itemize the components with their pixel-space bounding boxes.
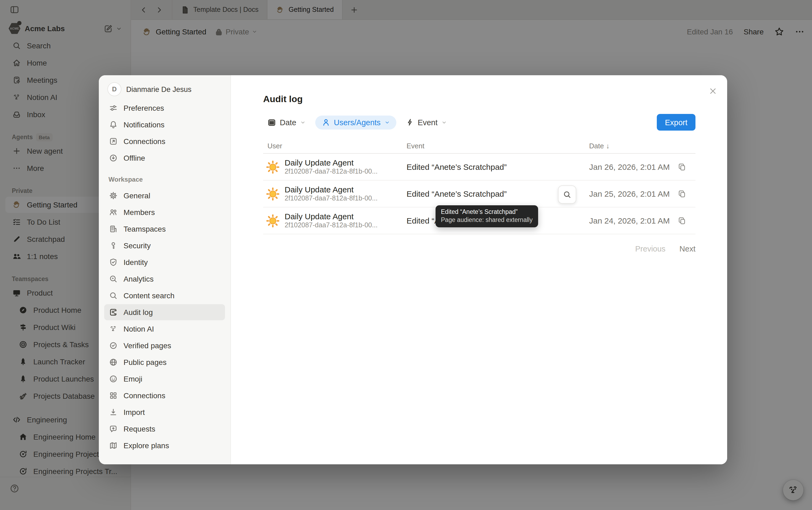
scroll-icon: [109, 308, 118, 316]
event-date: Jan 24, 2026, 2:01 AM: [589, 216, 670, 225]
agent-id: 2f102087-daa7-812a-8f1b-00...: [284, 195, 378, 203]
settings-item-identity[interactable]: Identity: [104, 254, 225, 270]
event-date: Jan 25, 2026, 2:01 AM: [589, 189, 670, 198]
settings-item-verified-pages[interactable]: Verified pages: [104, 338, 225, 353]
grid-icon: [109, 391, 118, 400]
building-icon: [109, 225, 118, 233]
sun-avatar-icon: [266, 187, 280, 201]
section-workspace: Workspace: [104, 175, 225, 184]
sliders-icon: [109, 104, 118, 112]
badge-check-icon: [109, 341, 118, 350]
settings-item-public-pages[interactable]: Public pages: [104, 354, 225, 370]
column-header-user[interactable]: User: [263, 142, 407, 150]
arrow-out-box-icon: [109, 137, 118, 146]
chat-up-icon: [109, 425, 118, 433]
avatar: D: [108, 82, 121, 96]
app-window: ACME Acme Labs Search Home: [0, 0, 812, 510]
inspect-event-button[interactable]: [558, 186, 576, 204]
sun-avatar-icon: [266, 160, 280, 174]
settings-item-connections[interactable]: Connections: [104, 133, 225, 149]
search-icon: [109, 291, 118, 300]
event-tooltip: Edited “Anete’s Scratchpad” Page audienc…: [435, 205, 538, 227]
close-icon[interactable]: [707, 85, 719, 97]
settings-sidebar: D Dianmarie De Jesus Preferences Notific…: [99, 75, 231, 464]
audit-log-table: User Event Date ↓ Daily Update Agent 2f1…: [263, 139, 695, 234]
settings-item-requests[interactable]: Requests: [104, 421, 225, 437]
import-icon: [109, 408, 118, 417]
account-row[interactable]: D Dianmarie De Jesus: [104, 80, 225, 99]
key-icon: [109, 241, 118, 250]
copy-icon[interactable]: [678, 216, 686, 225]
settings-modal: D Dianmarie De Jesus Preferences Notific…: [99, 75, 727, 464]
sun-avatar-icon: [266, 214, 280, 228]
copy-icon[interactable]: [678, 190, 686, 198]
filter-users-agents[interactable]: Users/Agents: [315, 115, 396, 129]
chevron-down-icon: [442, 119, 447, 125]
settings-item-analytics[interactable]: Analytics: [104, 271, 225, 287]
settings-item-explore-plans[interactable]: Explore plans: [104, 437, 225, 454]
previous-button[interactable]: Previous: [635, 245, 666, 253]
export-button[interactable]: Export: [657, 114, 695, 131]
agent-name: Daily Update Agent: [284, 212, 378, 221]
next-button[interactable]: Next: [679, 245, 695, 253]
pagination: Previous Next: [263, 245, 695, 253]
audit-log-page: Audit log Date Users/Agents Event: [231, 75, 727, 464]
settings-item-notifications[interactable]: Notifications: [104, 117, 225, 133]
chevron-down-icon: [300, 119, 305, 125]
settings-item-emoji[interactable]: Emoji: [104, 371, 225, 387]
event-date: Jan 26, 2026, 2:01 AM: [589, 162, 670, 171]
section-development: Development: [104, 462, 225, 464]
globe-icon: [109, 358, 118, 367]
settings-item-general[interactable]: General: [104, 188, 225, 204]
filter-event[interactable]: Event: [401, 116, 451, 129]
smiley-icon: [109, 374, 118, 383]
table-header-row: User Event Date ↓: [263, 139, 695, 154]
map-icon: [109, 441, 118, 450]
settings-item-teamspaces[interactable]: Teamspaces: [104, 221, 225, 237]
event-description: Edited “Anete’s Scratchpad”: [407, 162, 589, 171]
settings-item-members[interactable]: Members: [104, 204, 225, 220]
settings-item-connections-workspace[interactable]: Connections: [104, 388, 225, 404]
settings-item-import[interactable]: Import: [104, 404, 225, 420]
settings-item-preferences[interactable]: Preferences: [104, 100, 225, 116]
sort-desc-icon: ↓: [606, 142, 609, 150]
settings-item-audit-log[interactable]: Audit log: [104, 304, 225, 320]
gear-icon: [109, 191, 118, 200]
agent-name: Daily Update Agent: [284, 158, 378, 168]
column-header-event[interactable]: Event: [407, 142, 589, 150]
download-circle-icon: [109, 154, 118, 162]
table-row[interactable]: Daily Update Agent 2f102087-daa7-812a-8f…: [263, 154, 695, 180]
modal-title: Audit log: [263, 93, 695, 105]
bell-icon: [109, 120, 118, 129]
chevron-down-icon: [384, 119, 390, 125]
filter-date[interactable]: Date: [263, 116, 310, 129]
ai-face-icon: [109, 324, 118, 333]
settings-item-security[interactable]: Security: [104, 237, 225, 254]
sparkle-magnifier-icon: [109, 275, 118, 283]
members-icon: [109, 208, 118, 217]
table-row[interactable]: Daily Update Agent 2f102087-daa7-812a-8f…: [263, 180, 695, 207]
settings-item-offline[interactable]: Offline: [104, 150, 225, 166]
account-name: Dianmarie De Jesus: [126, 85, 191, 93]
column-header-date[interactable]: Date ↓: [589, 142, 695, 150]
agent-name: Daily Update Agent: [284, 185, 378, 195]
filter-bar: Date Users/Agents Event Export: [263, 114, 695, 131]
copy-icon[interactable]: [678, 163, 686, 171]
settings-item-content-search[interactable]: Content search: [104, 287, 225, 304]
settings-item-notion-ai[interactable]: Notion AI: [104, 321, 225, 337]
agent-id: 2f102087-daa7-812a-8f1b-00...: [284, 168, 378, 176]
shield-check-icon: [109, 258, 118, 266]
agent-id: 2f102087-daa7-812a-8f1b-00...: [284, 221, 378, 229]
